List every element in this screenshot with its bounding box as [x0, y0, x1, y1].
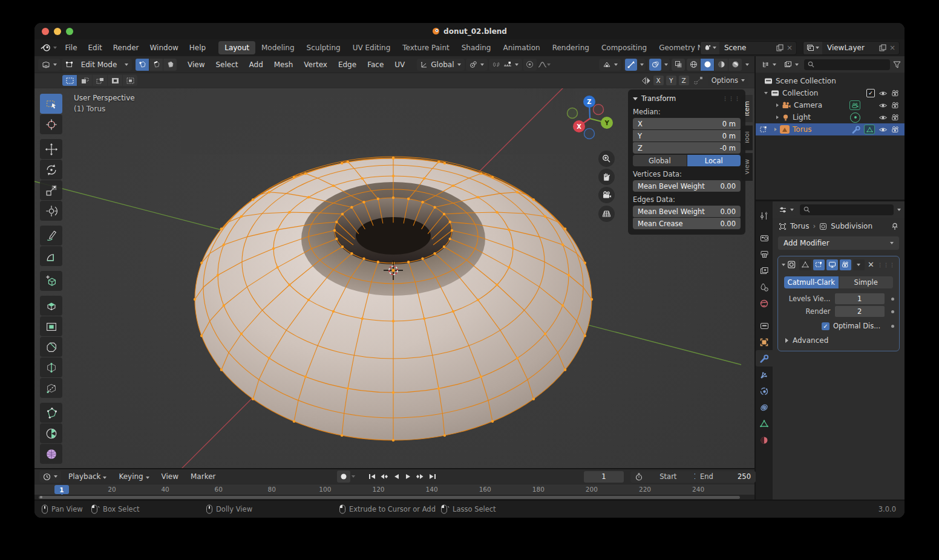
viewlayer-selector[interactable]: ViewLayer ×	[803, 41, 900, 55]
wireframe-shading-button[interactable]	[687, 59, 700, 71]
delete-modifier-button[interactable]: ✕	[866, 260, 875, 269]
menu-help[interactable]: Help	[184, 42, 211, 54]
menu-edge[interactable]: Edge	[333, 59, 361, 70]
tab-particles[interactable]	[756, 366, 773, 383]
zoom-button-viewport[interactable]	[598, 151, 615, 167]
edge-select-button[interactable]	[149, 59, 163, 71]
catmull-clark-button[interactable]: Catmull-Clark	[784, 276, 839, 288]
select-new-button[interactable]	[62, 75, 77, 86]
filter-icon[interactable]	[893, 61, 901, 68]
tool-move[interactable]	[40, 139, 62, 159]
auto-keying-button[interactable]	[337, 470, 350, 483]
frame-start-field[interactable]: Start1	[630, 471, 703, 483]
jump-to-end-button[interactable]	[427, 471, 438, 483]
outliner-editor-type-button[interactable]	[759, 59, 779, 71]
tab-physics[interactable]	[756, 383, 773, 399]
mirror-y-button[interactable]: Y	[666, 76, 676, 85]
global-space-button[interactable]: Global	[633, 155, 687, 166]
tool-select-box[interactable]	[40, 94, 62, 114]
current-frame-field[interactable]: 1	[584, 471, 624, 483]
menu-keying[interactable]: Keying	[114, 471, 154, 482]
tool-cursor[interactable]	[40, 114, 62, 134]
workspace-tab-uv-editing[interactable]: UV Editing	[347, 41, 397, 54]
menu-add[interactable]: Add	[244, 59, 268, 70]
perspective-toggle-button[interactable]	[598, 206, 615, 222]
tool-bevel[interactable]	[40, 337, 62, 357]
overlays-icon[interactable]	[649, 59, 661, 71]
camera-visibility-icon[interactable]	[891, 90, 900, 97]
play-button[interactable]	[402, 471, 414, 483]
select-invert-button[interactable]	[108, 75, 122, 86]
show-visibility-dropdown[interactable]	[599, 59, 621, 71]
select-extend-button[interactable]	[77, 75, 92, 86]
tool-knife[interactable]	[40, 378, 62, 398]
breadcrumb-modifier[interactable]: Subdivision	[831, 222, 872, 230]
outliner-row-camera[interactable]: Camera	[756, 99, 905, 111]
tab-world[interactable]	[756, 295, 773, 311]
breadcrumb-object[interactable]: Torus	[790, 222, 809, 230]
tab-render[interactable]	[756, 230, 773, 246]
menu-window[interactable]: Window	[145, 42, 184, 54]
editor-type-button[interactable]	[38, 59, 61, 71]
tool-annotate[interactable]	[40, 226, 62, 246]
tool-smooth[interactable]	[40, 444, 62, 464]
menu-edit[interactable]: Edit	[83, 42, 108, 54]
outliner-row-collection[interactable]: Collection ✓	[756, 87, 905, 99]
tab-scene[interactable]	[756, 279, 773, 295]
tool-extrude-region[interactable]	[40, 296, 62, 316]
frame-end-field[interactable]: End250	[695, 471, 756, 483]
pin-icon[interactable]	[891, 223, 898, 230]
axis-neg-x-handle[interactable]	[594, 105, 604, 115]
outliner-row-light[interactable]: Light	[756, 111, 905, 123]
tab-constraints[interactable]	[756, 399, 773, 415]
light-data-icon[interactable]	[850, 112, 860, 123]
workspace-tab-texture-paint[interactable]: Texture Paint	[396, 41, 455, 54]
menu-playback[interactable]: Playback	[64, 471, 111, 482]
tool-scale[interactable]	[40, 180, 62, 200]
menu-file[interactable]: File	[59, 42, 82, 54]
gizmos-toggle[interactable]	[623, 59, 646, 71]
eye-icon[interactable]	[878, 90, 888, 97]
median-z-field[interactable]: Z-0 m	[633, 142, 741, 154]
tool-inset-faces[interactable]	[40, 316, 62, 336]
expand-icon[interactable]	[764, 92, 768, 94]
tab-collection-props[interactable]	[756, 317, 773, 334]
solid-shading-button[interactable]	[701, 59, 714, 71]
vertex-select-button[interactable]	[136, 59, 149, 71]
animate-decorator[interactable]	[891, 325, 894, 328]
transform-orientation-dropdown[interactable]: Global	[417, 59, 464, 71]
tool-add-cube[interactable]	[40, 271, 62, 291]
menu-view-timeline[interactable]: View	[157, 471, 183, 482]
tab-object[interactable]	[756, 334, 773, 350]
optimal-display-checkbox[interactable]: ✓	[822, 322, 829, 330]
scene-icon[interactable]	[701, 42, 719, 54]
properties-search-input[interactable]	[800, 204, 894, 215]
proportional-editing-button[interactable]	[523, 59, 537, 71]
properties-editor-type-button[interactable]	[776, 204, 796, 216]
menu-view[interactable]: View	[183, 59, 209, 70]
workspace-tab-animation[interactable]: Animation	[497, 41, 546, 54]
xray-toggle[interactable]	[672, 59, 685, 71]
select-subtract-button[interactable]	[93, 75, 107, 86]
tool-loop-cut[interactable]	[40, 357, 62, 377]
camera-data-icon[interactable]	[849, 100, 860, 110]
outliner-row-scene-collection[interactable]: Scene Collection	[756, 75, 905, 87]
advanced-section-toggle[interactable]: Advanced	[785, 336, 894, 345]
snap-fallback-icon[interactable]	[694, 76, 703, 85]
menu-marker[interactable]: Marker	[186, 471, 220, 482]
tool-poly-build[interactable]	[40, 403, 62, 423]
show-in-viewport-toggle[interactable]	[826, 259, 838, 270]
select-intersect-button[interactable]	[123, 75, 137, 86]
blender-logo-icon[interactable]	[41, 44, 51, 52]
tab-output[interactable]	[756, 246, 773, 262]
median-x-field[interactable]: X0 m	[633, 118, 741, 129]
timeline-ruler[interactable]: 1 20406080100120140160180200220240	[34, 484, 754, 495]
expand-icon[interactable]	[774, 128, 777, 131]
scene-selector[interactable]: Scene ×	[700, 41, 797, 55]
modifier-wrench-icon[interactable]	[852, 126, 860, 134]
viewlayer-icon[interactable]	[803, 42, 822, 54]
tab-view-layer[interactable]	[756, 262, 773, 279]
pivot-point-dropdown[interactable]	[466, 59, 488, 71]
workspace-tab-rendering[interactable]: Rendering	[546, 41, 595, 54]
tool-rotate[interactable]	[40, 160, 62, 180]
